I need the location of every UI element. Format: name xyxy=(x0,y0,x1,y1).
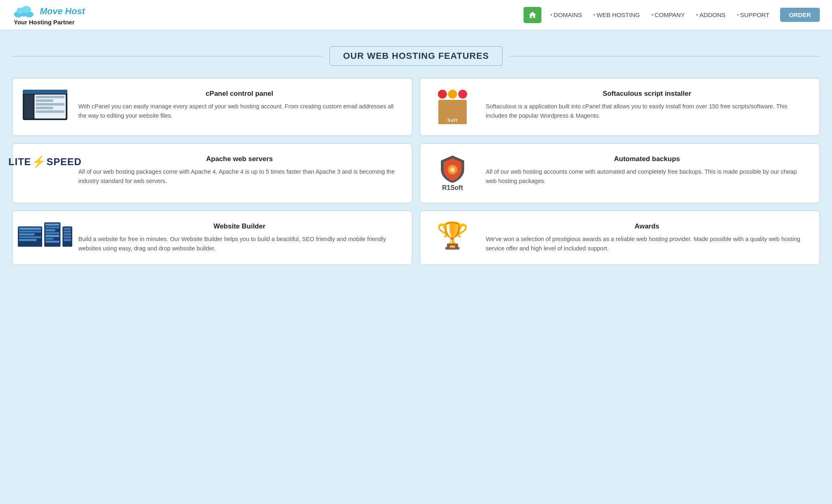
apache-title: Apache web servers xyxy=(78,155,401,163)
r1soft-shield-icon xyxy=(440,155,465,183)
logo-sub: Your Hosting Partner xyxy=(14,19,85,26)
nav-company[interactable]: ▾ COMPANY xyxy=(647,8,690,22)
awards-title: Awards xyxy=(486,222,808,230)
header: Move Host Your Hosting Partner ▾ DOMAINS… xyxy=(0,0,832,30)
feature-awards: 🏆 Awards We've won a selection of presti… xyxy=(420,211,820,265)
main-nav: ▾ DOMAINS ▾ WEB HOSTING ▾ COMPANY ▾ ADDO… xyxy=(524,7,820,23)
nav-addons[interactable]: ▾ ADDONS xyxy=(691,8,730,22)
r1soft-icon-wrap: R1Soft xyxy=(428,155,477,192)
section-title-box: OUR WEB HOSTING FEATURES xyxy=(330,46,502,66)
feature-cpanel: cPanel control panel With cPanel you can… xyxy=(12,78,412,136)
awards-desc: We've won a selection of prestigious awa… xyxy=(486,235,808,253)
title-line-right xyxy=(510,56,820,56)
svg-point-4 xyxy=(22,6,31,13)
cpanel-desc: With cPanel you can easily manage every … xyxy=(78,102,401,121)
home-icon xyxy=(528,11,537,19)
awards-icon-wrap: 🏆 xyxy=(428,222,477,248)
softaculous-title: Softaculous script installer xyxy=(486,90,808,98)
title-line-left xyxy=(12,56,322,56)
builder-title: Website Builder xyxy=(78,222,401,230)
cpanel-title: cPanel control panel xyxy=(78,90,401,98)
main-content: OUR WEB HOSTING FEATURES xyxy=(0,30,832,281)
litespeed-icon: LITE⚡SPEED xyxy=(9,155,82,168)
cpanel-icon xyxy=(23,90,67,120)
logo-cloud-icon xyxy=(12,4,37,19)
feature-softaculous: Softaculous script installer Softaculous… xyxy=(420,78,820,136)
softaculous-desc: Softaculous is a application built into … xyxy=(486,102,808,121)
feature-backups: R1Soft Automated backups All of our web … xyxy=(420,143,820,203)
section-title: OUR WEB HOSTING FEATURES xyxy=(343,51,489,61)
home-button[interactable] xyxy=(524,7,541,23)
logo-area: Move Host Your Hosting Partner xyxy=(12,4,85,26)
features-grid: cPanel control panel With cPanel you can… xyxy=(12,78,820,265)
builder-desc: Build a website for free in minutes. Our… xyxy=(78,235,401,253)
litespeed-icon-wrap: LITE⚡SPEED xyxy=(21,155,69,168)
r1soft-label: R1Soft xyxy=(442,184,463,192)
website-builder-icon xyxy=(18,222,72,247)
feature-apache: LITE⚡SPEED Apache web servers All of our… xyxy=(12,143,412,203)
nav-domains[interactable]: ▾ DOMAINS xyxy=(545,8,587,22)
softaculous-icon-wrap xyxy=(428,90,477,124)
apache-desc: All of our web hosting packages come wit… xyxy=(78,167,401,186)
builder-icon-wrap xyxy=(21,222,69,247)
backups-desc: All of our web hosting accounts come wit… xyxy=(486,167,808,186)
cpanel-icon-wrap xyxy=(21,90,69,120)
order-button[interactable]: ORDER xyxy=(780,8,820,22)
trophy-icon: 🏆 xyxy=(436,222,469,248)
nav-web-hosting[interactable]: ▾ WEB HOSTING xyxy=(588,8,645,22)
nav-support[interactable]: ▾ SUPPORT xyxy=(732,8,774,22)
backups-title: Automated backups xyxy=(486,155,808,163)
softaculous-icon xyxy=(434,90,471,124)
svg-point-6 xyxy=(450,167,455,172)
logo-text: Move Host xyxy=(40,6,85,17)
feature-builder: Website Builder Build a website for free… xyxy=(12,211,412,265)
section-title-area: OUR WEB HOSTING FEATURES xyxy=(12,46,820,66)
